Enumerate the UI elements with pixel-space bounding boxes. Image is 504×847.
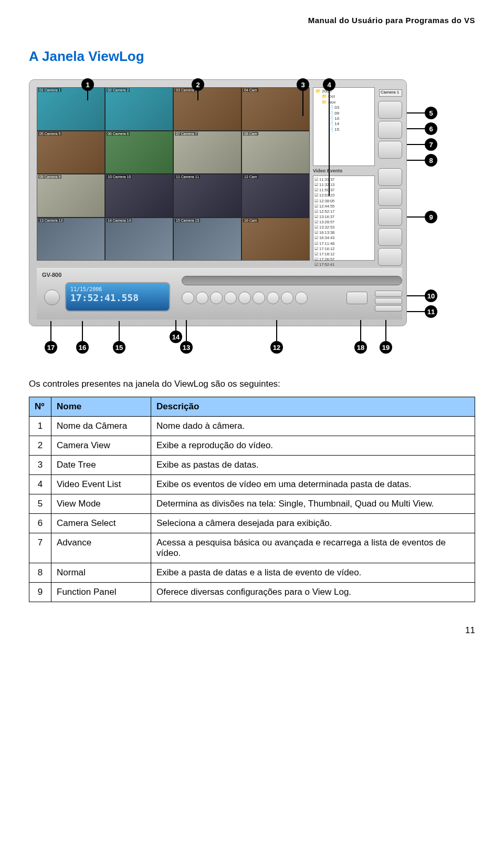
skip-back-button[interactable] (182, 292, 194, 304)
camera-cell[interactable] (106, 88, 173, 130)
zoom-button[interactable] (375, 305, 402, 312)
camera-cell[interactable] (242, 88, 309, 130)
callout-19: 19 (380, 341, 392, 354)
camera-cell[interactable] (174, 88, 241, 130)
callout-17: 17 (45, 341, 57, 354)
camera-cell[interactable] (242, 218, 309, 261)
function-button-4[interactable] (378, 228, 402, 246)
callout-16: 16 (76, 341, 89, 354)
callout-9: 9 (425, 211, 437, 223)
scroll-down-button[interactable] (375, 298, 402, 304)
view-mode-button[interactable] (378, 101, 402, 119)
section-title: A Janela ViewLog (29, 48, 475, 65)
scroll-up-button[interactable] (375, 291, 402, 297)
table-row: 3Date TreeExibe as pastas de datas. (29, 456, 475, 475)
callout-13: 13 (180, 341, 193, 354)
table-row: 8NormalExibe a pasta de datas e a lista … (29, 563, 475, 583)
prev-frame-button[interactable] (210, 292, 223, 304)
play-back-button[interactable] (224, 292, 237, 304)
fast-forward-button[interactable] (281, 292, 293, 304)
power-button[interactable] (44, 290, 60, 305)
seek-bar[interactable] (182, 276, 402, 285)
device-model-label: GV-800 (42, 272, 61, 278)
callout-11: 11 (425, 305, 437, 318)
table-row: 4Video Event ListExibe os eventos de víd… (29, 475, 475, 494)
playback-controls (182, 292, 308, 304)
callout-5: 5 (425, 107, 437, 119)
callout-1: 1 (81, 78, 94, 91)
camera-cell[interactable] (106, 131, 173, 174)
col-desc: Descrição (151, 397, 475, 417)
callout-18: 18 (354, 341, 367, 354)
table-row: 9Function PanelOferece diversas configur… (29, 583, 475, 602)
callout-3: 3 (297, 78, 309, 91)
camera-cell[interactable] (174, 174, 241, 217)
callout-6: 6 (425, 122, 437, 135)
events-label: Video Events (313, 168, 375, 173)
page-number: 11 (29, 625, 475, 636)
callout-12: 12 (270, 341, 283, 354)
camera-select-dropdown[interactable]: Camera 1 (379, 89, 402, 97)
callout-10: 10 (425, 290, 437, 302)
camera-cell[interactable] (37, 218, 104, 261)
skip-forward-button[interactable] (295, 292, 308, 304)
callout-15: 15 (113, 341, 125, 354)
camera-cell[interactable] (242, 174, 309, 217)
table-row: 2Camera ViewExibe a reprodução do vídeo. (29, 436, 475, 456)
table-row: 5View ModeDetermina as divisões na tela:… (29, 494, 475, 514)
next-frame-button[interactable] (267, 292, 279, 304)
speed-control[interactable] (346, 292, 368, 304)
table-row: 1Nome da CâmeraNome dado à câmera. (29, 417, 475, 436)
callout-14: 14 (170, 330, 182, 343)
camera-cell[interactable] (106, 174, 173, 217)
callout-8: 8 (425, 154, 437, 167)
controls-table: Nº Nome Descrição 1Nome da CâmeraNome da… (29, 397, 475, 602)
camera-cell[interactable] (174, 131, 241, 174)
video-event-list[interactable]: 11:31:37 11:32:13 11:50:37 12:01:23 12:3… (313, 175, 375, 261)
normal-button[interactable] (378, 141, 402, 159)
camera-cell[interactable] (37, 131, 104, 174)
callout-7: 7 (425, 138, 437, 151)
col-num: Nº (29, 397, 51, 417)
page-header: Manual do Usuário para Programas do VS (29, 16, 475, 25)
camera-cell[interactable] (242, 131, 309, 174)
camera-grid (37, 87, 310, 261)
viewlog-figure: 1 2 3 4 5 6 7 8 9 10 11 17 16 15 14 13 1… (29, 79, 475, 358)
callout-4: 4 (323, 78, 335, 91)
col-name: Nome (51, 397, 151, 417)
date-tree[interactable]: 📁 2006 📁 Oct 📁 Nov 📄 03 📄 09 📄 10 📄 14 📄… (313, 87, 375, 166)
camera-cell[interactable] (37, 174, 104, 217)
table-row: 6Camera SelectSeleciona a câmera desejad… (29, 514, 475, 533)
function-button-5[interactable] (378, 248, 402, 266)
camera-cell[interactable] (174, 218, 241, 261)
camera-cell[interactable] (106, 218, 173, 261)
callout-2: 2 (192, 78, 204, 91)
camera-cell[interactable] (37, 88, 104, 130)
function-button-1[interactable] (378, 168, 402, 186)
rewind-button[interactable] (196, 292, 208, 304)
intro-text: Os controles presentes na janela do View… (29, 379, 475, 389)
function-button-2[interactable] (378, 188, 402, 206)
function-button-3[interactable] (378, 208, 402, 226)
stop-button[interactable] (238, 292, 251, 304)
play-button[interactable] (253, 292, 265, 304)
time-display: 11/15/2006 17:52:41.558 (65, 282, 170, 312)
table-row: 7AdvanceAcessa a pesquisa básica ou avan… (29, 533, 475, 563)
advance-button[interactable] (378, 121, 402, 139)
